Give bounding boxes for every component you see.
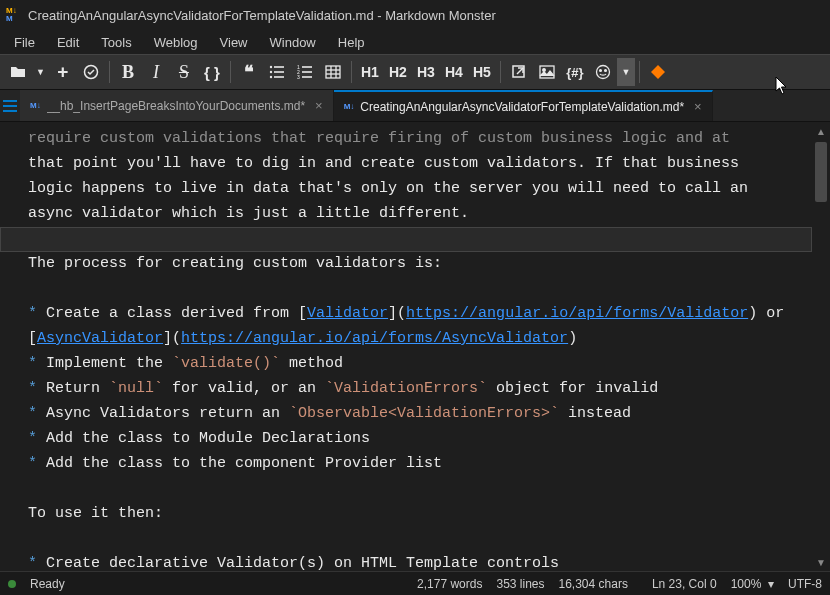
italic-button[interactable]: I — [142, 58, 170, 86]
svg-rect-2 — [274, 66, 284, 68]
svg-point-23 — [605, 70, 607, 72]
close-icon[interactable]: × — [315, 98, 323, 113]
separator — [639, 61, 640, 83]
bold-button[interactable]: B — [114, 58, 142, 86]
vertical-scrollbar[interactable]: ▲ ▼ — [812, 122, 830, 571]
window-title: CreatingAnAngularAsyncValidatorForTempla… — [28, 8, 496, 23]
hash-button[interactable]: {#} — [561, 58, 589, 86]
svg-point-1 — [270, 66, 272, 68]
menu-view[interactable]: View — [210, 33, 258, 52]
code-block-button[interactable]: { } — [198, 58, 226, 86]
svg-rect-6 — [274, 76, 284, 78]
scroll-down-icon[interactable]: ▼ — [812, 553, 830, 571]
numbered-list-button[interactable]: 123 — [291, 58, 319, 86]
h2-button[interactable]: H2 — [384, 58, 412, 86]
emoji-button[interactable] — [589, 58, 617, 86]
svg-rect-13 — [326, 66, 340, 78]
quote-button[interactable]: ❝ — [235, 58, 263, 86]
svg-rect-24 — [3, 100, 17, 102]
status-zoom[interactable]: 100% ▾ — [731, 577, 774, 591]
tab-label: CreatingAnAngularAsyncValidatorForTempla… — [360, 100, 684, 114]
toolbar: ▼ + B I S { } ❝ 123 H1 H2 H3 H4 H5 {#} ▼ — [0, 54, 830, 90]
strikethrough-button[interactable]: S — [170, 58, 198, 86]
table-button[interactable] — [319, 58, 347, 86]
menu-file[interactable]: File — [4, 33, 45, 52]
tab-label: __hb_InsertPageBreaksIntoYourDocuments.m… — [47, 99, 305, 113]
menu-help[interactable]: Help — [328, 33, 375, 52]
close-icon[interactable]: × — [694, 99, 702, 114]
markdown-file-icon: M↓ — [344, 102, 355, 111]
separator — [351, 61, 352, 83]
separator — [109, 61, 110, 83]
editor-wrap: require custom validations that require … — [0, 122, 830, 571]
svg-rect-12 — [302, 76, 312, 78]
svg-point-20 — [543, 69, 546, 72]
sidebar-toggle[interactable] — [0, 90, 20, 121]
scrollbar-thumb[interactable] — [815, 142, 827, 202]
h5-button[interactable]: H5 — [468, 58, 496, 86]
svg-point-21 — [596, 66, 609, 79]
app-logo: M↓M — [6, 7, 22, 23]
svg-rect-26 — [3, 110, 17, 112]
h1-button[interactable]: H1 — [356, 58, 384, 86]
h3-button[interactable]: H3 — [412, 58, 440, 86]
status-words: 2,177 words — [417, 577, 482, 591]
svg-point-22 — [600, 70, 602, 72]
open-dropdown[interactable]: ▼ — [32, 58, 49, 86]
svg-rect-25 — [3, 105, 17, 107]
tab-row: M↓ __hb_InsertPageBreaksIntoYourDocument… — [0, 90, 830, 122]
scroll-up-icon[interactable]: ▲ — [812, 122, 830, 140]
svg-point-5 — [270, 76, 272, 78]
save-button[interactable] — [77, 58, 105, 86]
status-encoding[interactable]: UTF-8 — [788, 577, 822, 591]
new-button[interactable]: + — [49, 58, 77, 86]
status-position: Ln 23, Col 0 — [652, 577, 717, 591]
menu-weblog[interactable]: Weblog — [144, 33, 208, 52]
svg-rect-19 — [540, 66, 554, 78]
svg-rect-10 — [302, 71, 312, 73]
bullet-list-button[interactable] — [263, 58, 291, 86]
separator — [230, 61, 231, 83]
h4-button[interactable]: H4 — [440, 58, 468, 86]
markdown-file-icon: M↓ — [30, 101, 41, 110]
status-indicator-icon — [8, 580, 16, 588]
tab-active[interactable]: M↓ CreatingAnAngularAsyncValidatorForTem… — [334, 90, 713, 121]
menu-edit[interactable]: Edit — [47, 33, 89, 52]
svg-rect-8 — [302, 66, 312, 68]
svg-text:3: 3 — [297, 74, 300, 80]
open-button[interactable] — [4, 58, 32, 86]
menu-window[interactable]: Window — [260, 33, 326, 52]
menubar: File Edit Tools Weblog View Window Help — [0, 30, 830, 54]
titlebar: M↓M CreatingAnAngularAsyncValidatorForTe… — [0, 0, 830, 30]
separator — [500, 61, 501, 83]
image-button[interactable] — [533, 58, 561, 86]
menu-tools[interactable]: Tools — [91, 33, 141, 52]
svg-rect-4 — [274, 71, 284, 73]
preview-toggle-button[interactable] — [644, 58, 672, 86]
status-ready: Ready — [30, 577, 65, 591]
status-lines: 353 lines — [496, 577, 544, 591]
svg-point-3 — [270, 71, 272, 73]
status-chars: 16,304 chars — [559, 577, 628, 591]
tab-inactive[interactable]: M↓ __hb_InsertPageBreaksIntoYourDocument… — [20, 90, 334, 121]
toolbar-more-dropdown[interactable]: ▼ — [617, 58, 635, 86]
statusbar: Ready 2,177 words 353 lines 16,304 chars… — [0, 571, 830, 595]
editor[interactable]: require custom validations that require … — [0, 122, 812, 571]
link-button[interactable] — [505, 58, 533, 86]
